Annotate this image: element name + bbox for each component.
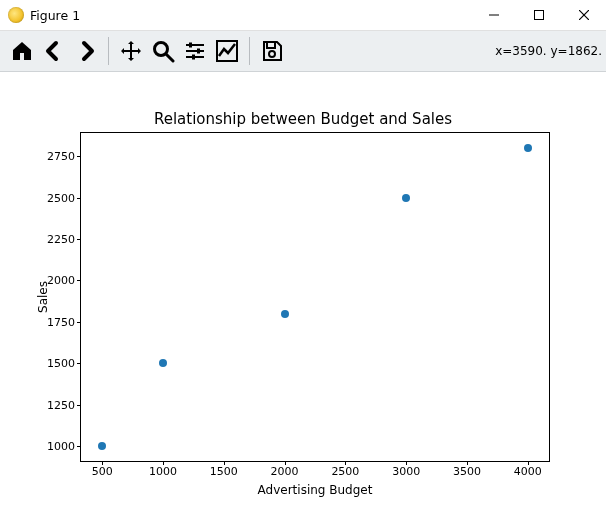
- save-button[interactable]: [256, 35, 288, 67]
- y-tick-mark: [77, 280, 81, 281]
- edit-axes-button[interactable]: [211, 35, 243, 67]
- plot-canvas[interactable]: Relationship between Budget and Sales Ad…: [0, 72, 606, 527]
- svg-rect-9: [197, 49, 200, 54]
- mpl-toolbar: x=3590. y=1862.: [0, 31, 606, 72]
- svg-rect-11: [192, 55, 195, 60]
- home-icon: [10, 39, 34, 63]
- data-point: [98, 442, 106, 450]
- data-point: [159, 359, 167, 367]
- y-tick-label: 1750: [47, 315, 75, 328]
- configure-subplots-button[interactable]: [179, 35, 211, 67]
- x-tick-label: 2500: [331, 465, 359, 478]
- y-tick-mark: [77, 363, 81, 364]
- home-button[interactable]: [6, 35, 38, 67]
- x-axis-label: Advertising Budget: [81, 483, 549, 497]
- data-point: [281, 310, 289, 318]
- move-icon: [119, 39, 143, 63]
- svg-line-5: [166, 54, 173, 61]
- plot-axes: Advertising Budget Sales 500100015002000…: [80, 132, 550, 462]
- maximize-button[interactable]: [516, 0, 561, 30]
- x-tick-label: 1000: [149, 465, 177, 478]
- x-tick-label: 1500: [210, 465, 238, 478]
- y-tick-label: 2750: [47, 150, 75, 163]
- sliders-icon: [183, 39, 207, 63]
- data-point: [402, 194, 410, 202]
- y-tick-label: 2250: [47, 233, 75, 246]
- y-tick-mark: [77, 156, 81, 157]
- window-title: Figure 1: [30, 8, 80, 23]
- svg-rect-13: [267, 42, 275, 48]
- arrow-right-icon: [74, 39, 98, 63]
- minimize-button[interactable]: [471, 0, 516, 30]
- data-point: [524, 144, 532, 152]
- zoom-icon: [151, 39, 175, 63]
- x-tick-label: 500: [92, 465, 113, 478]
- x-tick-label: 3500: [453, 465, 481, 478]
- back-button[interactable]: [38, 35, 70, 67]
- pan-button[interactable]: [115, 35, 147, 67]
- cursor-coords: x=3590. y=1862.: [495, 44, 602, 58]
- y-tick-mark: [77, 405, 81, 406]
- maximize-icon: [534, 10, 544, 20]
- close-button[interactable]: [561, 0, 606, 30]
- zoom-button[interactable]: [147, 35, 179, 67]
- plot-title: Relationship between Budget and Sales: [0, 110, 606, 128]
- app-icon: [8, 7, 24, 23]
- y-tick-label: 1250: [47, 398, 75, 411]
- toolbar-separator: [249, 37, 250, 65]
- svg-point-14: [269, 51, 275, 57]
- x-tick-label: 4000: [514, 465, 542, 478]
- close-icon: [579, 10, 589, 20]
- save-icon: [260, 39, 284, 63]
- y-tick-mark: [77, 239, 81, 240]
- y-tick-label: 1500: [47, 357, 75, 370]
- y-tick-label: 2500: [47, 191, 75, 204]
- y-tick-label: 1000: [47, 440, 75, 453]
- y-tick-mark: [77, 198, 81, 199]
- titlebar: Figure 1: [0, 0, 606, 31]
- forward-button[interactable]: [70, 35, 102, 67]
- svg-rect-7: [189, 43, 192, 48]
- y-tick-label: 2000: [47, 274, 75, 287]
- x-tick-label: 2000: [271, 465, 299, 478]
- x-tick-label: 3000: [392, 465, 420, 478]
- svg-rect-1: [534, 11, 543, 20]
- toolbar-separator: [108, 37, 109, 65]
- chart-line-icon: [215, 39, 239, 63]
- y-tick-mark: [77, 446, 81, 447]
- arrow-left-icon: [42, 39, 66, 63]
- y-tick-mark: [77, 322, 81, 323]
- minimize-icon: [489, 10, 499, 20]
- figure-window: Figure 1: [0, 0, 606, 527]
